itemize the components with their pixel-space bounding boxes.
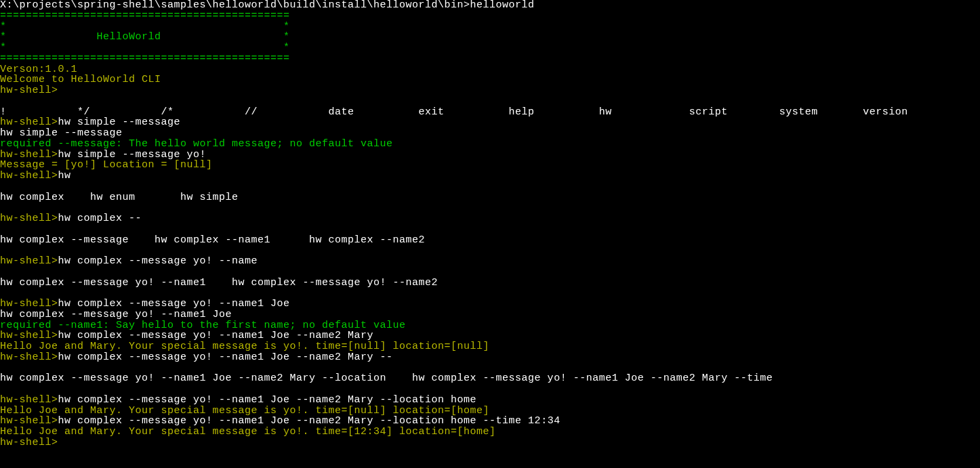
terminal-line: hw complex --message yo! --name1 hw comp…	[0, 278, 980, 289]
terminal-segment: hw complex --message yo! --name	[58, 255, 258, 267]
terminal-line: hw complex --message hw complex --name1 …	[0, 235, 980, 246]
terminal-line: ========================================…	[0, 54, 980, 64]
terminal-segment: hw simple --message	[58, 116, 181, 128]
terminal-line: hw complex --message yo! --name1 Joe --n…	[0, 373, 980, 384]
terminal-line: hw-shell>hw complex --message yo! --name…	[0, 416, 980, 427]
terminal-line: hw-shell>hw complex --message yo! --name…	[0, 395, 980, 406]
terminal-line: Hello Joe and Mary. Your special message…	[0, 406, 980, 417]
terminal-line: Message = [yo!] Location = [null]	[0, 160, 980, 171]
terminal-line: ========================================…	[0, 11, 980, 22]
terminal-line	[0, 203, 980, 213]
terminal-line: hw-shell>hw simple --message yo!	[0, 150, 980, 161]
terminal-segment: hw complex --message yo! --name1 Joe --n…	[58, 352, 393, 363]
terminal-line: hw complex hw enum hw simple	[0, 192, 980, 203]
terminal-line: hw-shell>hw complex --message yo! --name…	[0, 299, 980, 310]
terminal-line: * *	[0, 43, 980, 54]
terminal-line: hw-shell>hw complex --	[0, 213, 980, 224]
terminal-line	[0, 245, 980, 256]
terminal-line: X:\projects\spring-shell\samples\hellowo…	[0, 0, 980, 11]
terminal-line	[0, 96, 980, 107]
terminal-segment: hw-shell>	[0, 255, 58, 267]
terminal-segment: hw-shell>	[0, 213, 58, 224]
terminal-segment: hw-shell>	[0, 116, 58, 128]
terminal-line: required --name1: Say hello to the first…	[0, 320, 980, 331]
terminal-line: * HelloWorld *	[0, 32, 980, 43]
terminal-segment: hw-shell>	[0, 352, 58, 363]
terminal-segment: hw	[58, 170, 71, 182]
terminal-line: Hello Joe and Mary. Your special message…	[0, 341, 980, 352]
terminal-line: hw-shell>hw simple --message	[0, 117, 980, 128]
terminal-segment: hw complex --message yo! --name1 Joe --n…	[58, 415, 560, 427]
terminal-line: hw-shell>hw complex --message yo! --name…	[0, 352, 980, 363]
terminal-line: * *	[0, 22, 980, 33]
terminal-segment: hw complex --message yo! --name1 Joe	[58, 298, 290, 310]
terminal-line	[0, 182, 980, 192]
terminal-window[interactable]: X:\projects\spring-shell\samples\hellowo…	[0, 0, 980, 448]
terminal-line: hw-shell>	[0, 438, 980, 448]
terminal-segment: hw complex --	[58, 213, 142, 224]
terminal-line	[0, 224, 980, 235]
terminal-line	[0, 267, 980, 278]
terminal-line: hw simple --message	[0, 128, 980, 139]
terminal-line: ! */ /* // date exit help hw script syst…	[0, 107, 980, 118]
terminal-line: Welcome to HelloWorld CLI	[0, 75, 980, 85]
terminal-line: hw-shell>hw complex --message yo! --name…	[0, 331, 980, 341]
terminal-line: hw complex --message yo! --name1 Joe	[0, 310, 980, 320]
terminal-line	[0, 363, 980, 374]
terminal-line: hw-shell>hw complex --message yo! --name	[0, 256, 980, 267]
terminal-segment: hw-shell>	[0, 330, 58, 341]
terminal-line: Verson:1.0.1	[0, 64, 980, 75]
terminal-segment: hw-shell>	[0, 149, 58, 161]
terminal-segment: hw-shell>	[0, 170, 58, 182]
terminal-segment: hw-shell>	[0, 415, 58, 427]
terminal-line	[0, 288, 980, 299]
terminal-segment: hw-shell>	[0, 298, 58, 310]
terminal-line: Hello Joe and Mary. Your special message…	[0, 427, 980, 438]
terminal-line: hw-shell>	[0, 85, 980, 96]
terminal-line: hw-shell>hw	[0, 171, 980, 182]
terminal-line	[0, 384, 980, 395]
terminal-segment: hw complex --message yo! --name1 Joe --n…	[58, 330, 374, 341]
terminal-segment: hw-shell>	[0, 394, 58, 406]
terminal-line: required --message: The hello world mess…	[0, 139, 980, 150]
terminal-segment: hw complex --message yo! --name1 Joe --n…	[58, 394, 477, 406]
terminal-segment: hw simple --message yo!	[58, 149, 207, 161]
